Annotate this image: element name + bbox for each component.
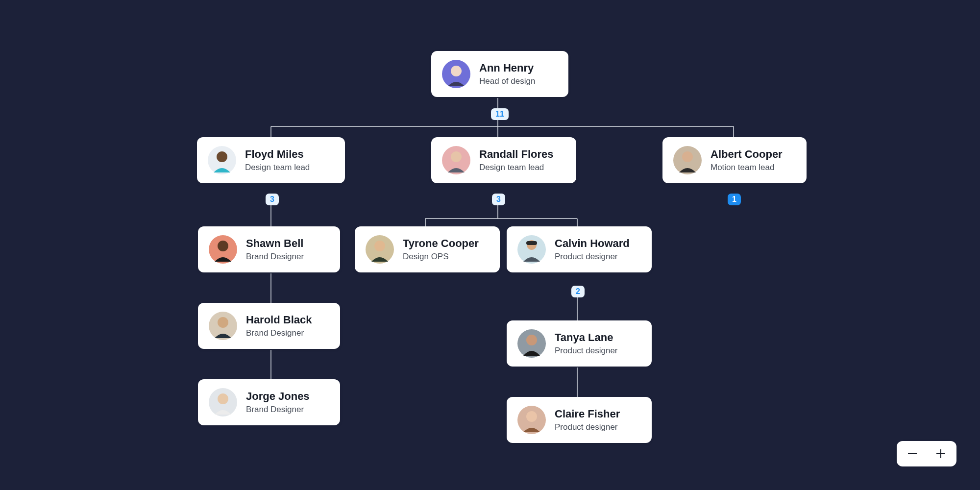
avatar [517, 235, 546, 264]
person-card-harold-black[interactable]: Harold Black Brand Designer [198, 303, 340, 349]
report-count-badge[interactable]: 11 [491, 108, 509, 120]
plus-icon [934, 447, 947, 460]
minus-icon [906, 447, 919, 460]
person-name: Harold Black [246, 314, 312, 326]
person-role: Head of design [479, 76, 535, 86]
svg-point-17 [682, 151, 693, 162]
person-card-ann-henry[interactable]: Ann Henry Head of design [431, 51, 568, 97]
person-role: Brand Designer [246, 328, 312, 338]
person-role: Brand Designer [246, 252, 304, 262]
person-name: Jorge Jones [246, 390, 310, 403]
person-card-jorge-jones[interactable]: Jorge Jones Brand Designer [198, 379, 340, 425]
zoom-in-button[interactable] [932, 445, 950, 463]
avatar [442, 60, 470, 88]
person-card-tyrone-cooper[interactable]: Tyrone Cooper Design OPS [355, 226, 500, 272]
person-card-calvin-howard[interactable]: Calvin Howard Product designer [507, 226, 652, 272]
person-role: Design team lead [479, 163, 554, 172]
zoom-out-button[interactable] [904, 445, 921, 463]
avatar [442, 146, 470, 174]
report-count-badge[interactable]: 1 [728, 194, 741, 205]
svg-point-14 [451, 66, 462, 76]
person-name: Ann Henry [479, 62, 535, 74]
person-card-randall-flores[interactable]: Randall Flores Design team lead [431, 137, 576, 183]
person-card-floyd-miles[interactable]: Floyd Miles Design team lead [197, 137, 345, 183]
person-card-claire-fisher[interactable]: Claire Fisher Product designer [507, 397, 652, 443]
person-name: Albert Cooper [710, 148, 783, 161]
report-count-badge[interactable]: 3 [492, 194, 505, 205]
svg-point-21 [374, 241, 385, 251]
person-card-albert-cooper[interactable]: Albert Cooper Motion team lead [662, 137, 807, 183]
person-role: Product designer [555, 422, 620, 432]
svg-point-16 [451, 151, 462, 162]
person-name: Tanya Lane [555, 331, 618, 344]
person-name: Shawn Bell [246, 237, 304, 250]
person-role: Design OPS [403, 252, 479, 262]
avatar [209, 388, 237, 416]
avatar [517, 329, 546, 358]
svg-point-15 [217, 151, 227, 162]
avatar [366, 235, 394, 264]
person-role: Product designer [555, 346, 618, 356]
svg-point-25 [526, 411, 537, 422]
person-role: Brand Designer [246, 405, 310, 415]
person-name: Calvin Howard [555, 237, 630, 250]
report-count-badge[interactable]: 3 [266, 194, 279, 205]
avatar [209, 235, 237, 264]
person-role: Design team lead [245, 163, 310, 172]
person-name: Randall Flores [479, 148, 554, 161]
svg-rect-23 [526, 241, 537, 245]
person-role: Motion team lead [710, 163, 783, 172]
person-name: Floyd Miles [245, 148, 310, 161]
avatar [517, 406, 546, 434]
person-name: Claire Fisher [555, 408, 620, 420]
avatar [208, 146, 236, 174]
zoom-control [897, 441, 956, 466]
svg-point-20 [218, 393, 228, 404]
avatar [209, 312, 237, 340]
person-card-shawn-bell[interactable]: Shawn Bell Brand Designer [198, 226, 340, 272]
report-count-badge[interactable]: 2 [571, 286, 585, 297]
person-name: Tyrone Cooper [403, 237, 479, 250]
svg-point-18 [218, 241, 228, 251]
svg-point-24 [526, 335, 537, 345]
avatar [673, 146, 702, 174]
person-card-tanya-lane[interactable]: Tanya Lane Product designer [507, 320, 652, 367]
person-role: Product designer [555, 252, 630, 262]
svg-point-19 [218, 317, 228, 328]
